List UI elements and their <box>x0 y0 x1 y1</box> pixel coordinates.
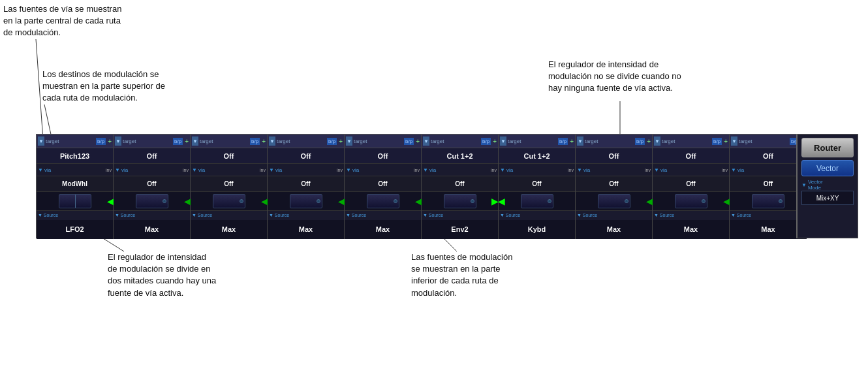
target-label-9: target <box>662 138 711 144</box>
route-top-5: ▼ target b/p + <box>345 135 421 148</box>
bp-btn-8[interactable]: b/p <box>635 138 645 145</box>
route-source-4: Max <box>268 220 344 239</box>
target-arrow-9[interactable]: ▼ <box>654 136 660 146</box>
mod-route-10: ▼ target b/p + Off ▼ via inv Off ◀ ▼ Sou… <box>730 135 807 239</box>
router-button[interactable]: Router <box>801 138 854 157</box>
green-arrow-left-7: ◀ <box>498 196 505 206</box>
annotation-middle-left: Los destinos de modulación semuestran en… <box>42 69 165 104</box>
intensity-knob-3[interactable] <box>213 194 245 208</box>
bp-btn-2[interactable]: b/p <box>173 138 183 145</box>
annotation-top-right: El regulador de intensidad demodulación … <box>548 59 681 95</box>
plus-btn-9[interactable]: + <box>724 138 728 145</box>
bp-btn-6[interactable]: b/p <box>481 138 491 145</box>
target-label-5: target <box>354 138 403 144</box>
route-target-9: Off <box>653 148 729 163</box>
sidebar: Router Vector ▼ VectorMode Mix+XY <box>796 134 858 238</box>
intensity-knob-6[interactable] <box>444 194 476 208</box>
intensity-knob-5[interactable] <box>367 194 399 208</box>
route-intensity-8: ◀ <box>576 192 652 211</box>
intensity-knob-2[interactable] <box>136 194 168 208</box>
route-source-label-3: ▼ Source <box>191 211 267 220</box>
route-top-10: ▼ target b/p + <box>730 135 807 148</box>
target-arrow-6[interactable]: ▼ <box>423 136 429 146</box>
route-via-8: ▼ via inv <box>576 164 652 177</box>
route-top-7: ▼ target b/p + <box>499 135 575 148</box>
route-intensity-4: ◀ <box>268 192 344 211</box>
intensity-knob-10[interactable] <box>752 194 784 208</box>
target-arrow-10[interactable]: ▼ <box>731 136 737 146</box>
vector-button[interactable]: Vector <box>801 160 854 176</box>
plus-btn-8[interactable]: + <box>647 138 651 145</box>
target-arrow-1[interactable]: ▼ <box>38 136 44 146</box>
bp-btn-1[interactable]: b/p <box>96 138 106 145</box>
dot-8 <box>625 199 628 203</box>
vector-mode-value[interactable]: Mix+XY <box>801 191 854 205</box>
route-source-9: Max <box>653 220 729 239</box>
mod-route-9: ▼ target b/p + Off ▼ via inv Off ◀ ▼ Sou… <box>653 135 730 239</box>
mod-route-4: ▼ target b/p + Off ▼ via inv Off ◀ ▼ Sou… <box>268 135 345 239</box>
target-arrow-4[interactable]: ▼ <box>269 136 275 146</box>
route-source-2: Max <box>114 220 190 239</box>
mod-route-3: ▼ target b/p + Off ▼ via inv Off ◀ ▼ Sou… <box>191 135 268 239</box>
route-intensity-1: ◀ <box>37 192 113 211</box>
router-label: Router <box>814 143 841 153</box>
plus-btn-2[interactable]: + <box>185 138 189 145</box>
dot-6 <box>471 199 474 203</box>
target-arrow-3[interactable]: ▼ <box>192 136 198 146</box>
route-target-8: Off <box>576 148 652 163</box>
plus-btn-4[interactable]: + <box>339 138 343 145</box>
route-target-7: Cut 1+2 <box>499 148 575 163</box>
route-via-4: ▼ via inv <box>268 164 344 177</box>
route-via-value-9: Off <box>653 176 729 191</box>
bp-btn-3[interactable]: b/p <box>250 138 260 145</box>
mod-route-1: ▼ target b/p + Pitch123 ▼ via inv ModWhl… <box>37 135 114 239</box>
route-target-1: Pitch123 <box>37 148 113 163</box>
plus-btn-1[interactable]: + <box>108 138 112 145</box>
plus-btn-6[interactable]: + <box>493 138 497 145</box>
knob-half-left-1 <box>59 195 75 208</box>
svg-line-4 <box>444 238 457 251</box>
intensity-knob-4[interactable] <box>290 194 322 208</box>
synth-panel: ▼ target b/p + Pitch123 ▼ via inv ModWhl… <box>36 134 796 238</box>
annotation-bottom-right: Las fuentes de modulaciónse muestran en … <box>411 251 512 299</box>
target-label-4: target <box>277 138 326 144</box>
intensity-knob-8[interactable] <box>598 194 630 208</box>
route-via-10: ▼ via inv <box>730 164 807 177</box>
mod-route-8: ▼ target b/p + Off ▼ via inv Off ◀ ▼ Sou… <box>576 135 653 239</box>
route-top-9: ▼ target b/p + <box>653 135 729 148</box>
target-label-8: target <box>585 138 634 144</box>
intensity-knob-1[interactable] <box>59 194 91 208</box>
route-via-6: ▼ via inv <box>422 164 498 177</box>
route-target-3: Off <box>191 148 267 163</box>
route-via-value-5: Off <box>345 176 421 191</box>
dot-7 <box>548 199 551 203</box>
bp-btn-9[interactable]: b/p <box>712 138 722 145</box>
plus-btn-5[interactable]: + <box>416 138 420 145</box>
target-arrow-7[interactable]: ▼ <box>500 136 506 146</box>
bp-btn-7[interactable]: b/p <box>558 138 568 145</box>
intensity-knob-7[interactable] <box>521 194 553 208</box>
target-arrow-5[interactable]: ▼ <box>346 136 352 146</box>
mod-route-7: ▼ target b/p + Cut 1+2 ▼ via inv Off ◀ ▼… <box>499 135 576 239</box>
bp-btn-5[interactable]: b/p <box>404 138 414 145</box>
route-intensity-3: ◀ <box>191 192 267 211</box>
vector-mode-container: ▼ VectorMode Mix+XY <box>801 179 854 205</box>
route-source-label-2: ▼ Source <box>114 211 190 220</box>
route-source-1: LFO2 <box>37 220 113 239</box>
route-source-label-1: ▼ Source <box>37 211 113 220</box>
vector-mode-label: ▼ VectorMode <box>801 179 854 191</box>
plus-btn-3[interactable]: + <box>262 138 266 145</box>
route-source-label-9: ▼ Source <box>653 211 729 220</box>
annotation-bottom-left: El regulador de intensidadde modulación … <box>108 251 216 299</box>
route-target-2: Off <box>114 148 190 163</box>
target-arrow-8[interactable]: ▼ <box>577 136 583 146</box>
route-source-8: Max <box>576 220 652 239</box>
target-label-10: target <box>739 138 788 144</box>
route-intensity-6: ▶ <box>422 192 498 211</box>
plus-btn-7[interactable]: + <box>570 138 574 145</box>
route-via-value-8: Off <box>576 176 652 191</box>
bp-btn-4[interactable]: b/p <box>327 138 337 145</box>
target-arrow-2[interactable]: ▼ <box>115 136 121 146</box>
intensity-knob-9[interactable] <box>675 194 707 208</box>
vector-mode-arrow: ▼ <box>801 182 807 188</box>
